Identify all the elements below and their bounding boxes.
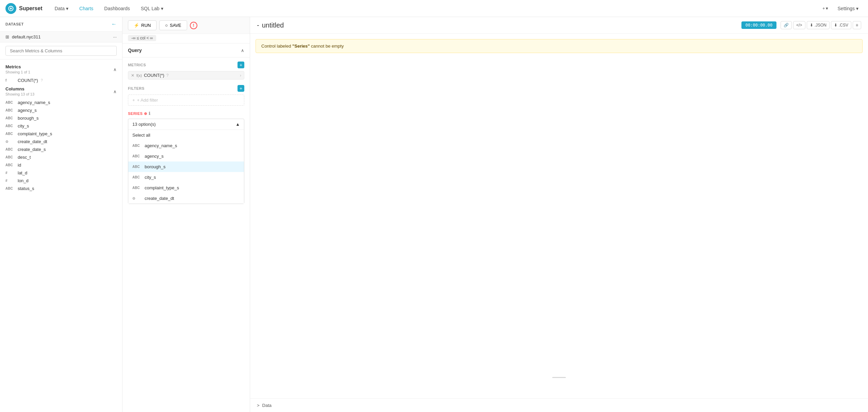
column-item[interactable]: ABCid <box>0 161 122 169</box>
column-item[interactable]: #lon_d <box>0 177 122 185</box>
range-tag: -∞ ≤ col < ∞ <box>128 35 156 41</box>
nav-item-charts[interactable]: Charts <box>75 4 97 13</box>
column-item[interactable]: ABCdesc_t <box>0 153 122 161</box>
add-filter-box[interactable]: + + Add filter <box>128 95 244 106</box>
dataset-header: Dataset ← <box>0 17 122 32</box>
add-filter-button[interactable]: + <box>238 85 244 92</box>
dropdown-item[interactable]: ABCcomplaint_type_s <box>128 183 244 193</box>
chart-header: - untitled 00:00:00.00 🔗 </> ⬇ .JSON ⬇ .… <box>250 17 868 34</box>
column-item[interactable]: #lat_d <box>0 169 122 177</box>
run-button[interactable]: ⚡ RUN <box>128 20 157 30</box>
time-display: 00:00:00.00 <box>741 21 776 29</box>
dropdown-item[interactable]: ABCagency_s <box>128 151 244 161</box>
dropdown-item[interactable]: ABCcity_s <box>128 172 244 183</box>
chevron-down-icon: ▾ <box>826 6 828 11</box>
dropdown-item[interactable]: ABCagency_name_s <box>128 140 244 151</box>
series-select-header[interactable]: 13 option(s) ▲ <box>128 119 244 130</box>
query-header: Query ∧ <box>122 44 250 57</box>
series-select[interactable]: 13 option(s) ▲ Select all ABCagency_name… <box>128 119 244 204</box>
columns-collapse-button[interactable]: ∧ <box>113 89 117 94</box>
json-button[interactable]: ⬇ .JSON <box>807 21 830 29</box>
nav-item-data[interactable]: Data ▾ <box>50 4 72 13</box>
range-tag-row: -∞ ≤ col < ∞ <box>122 34 250 44</box>
series-dropdown: Select all ABCagency_name_sABCagency_sAB… <box>128 130 244 204</box>
collapse-dataset-button[interactable]: ← <box>111 21 117 27</box>
help-icon: ? <box>41 79 43 82</box>
column-item[interactable]: ABCagency_s <box>0 106 122 114</box>
column-item[interactable]: ABCborough_s <box>0 114 122 122</box>
nav-actions: + ▾ Settings ▾ <box>820 4 863 13</box>
nav-item-dashboards[interactable]: Dashboards <box>100 4 134 13</box>
column-item[interactable]: ABCcreate_date_s <box>0 145 122 153</box>
metrics-section-header: Metrics Showing 1 of 1 ∧ <box>0 62 122 76</box>
chevron-right-icon: › <box>240 73 241 78</box>
nav-item-sqllab[interactable]: SQL Lab ▾ <box>137 4 167 13</box>
column-item[interactable]: ABCcomplaint_type_s <box>0 130 122 138</box>
csv-button[interactable]: ⬇ .CSV <box>831 21 851 29</box>
chart-actions: 🔗 </> ⬇ .JSON ⬇ .CSV ≡ <box>781 21 861 29</box>
metrics-title: Metrics <box>5 64 21 69</box>
metric-item-count[interactable]: f COUNT(*) ? <box>0 76 122 84</box>
scrollbar-hint <box>552 377 566 378</box>
metrics-count: Showing 1 of 1 <box>5 70 30 74</box>
save-button[interactable]: ○ SAVE <box>159 20 187 30</box>
toolbar: ⚡ RUN ○ SAVE ! <box>122 17 250 34</box>
brand-logo-area: Superset <box>5 3 42 14</box>
dataset-more-button[interactable]: ··· <box>113 34 117 39</box>
chevron-down-icon: ▾ <box>856 6 858 11</box>
filters-field: FILTERS + + + Add filter <box>128 85 244 106</box>
link-button[interactable]: 🔗 <box>781 21 792 29</box>
search-metrics-columns-input[interactable] <box>5 46 117 56</box>
chevron-up-icon: ▲ <box>235 122 240 127</box>
column-list: ABCagency_name_sABCagency_sABCborough_sA… <box>0 99 122 192</box>
series-required-icon: ⊕ <box>144 111 147 116</box>
columns-title: Columns <box>5 86 24 91</box>
query-collapse-button[interactable]: ∧ <box>241 48 244 53</box>
metrics-field: METRICS + ✕ f(x) COUNT(*) ? › <box>128 62 244 80</box>
dataset-label: Dataset <box>5 22 24 26</box>
columns-count: Showing 13 of 13 <box>5 92 34 96</box>
add-metric-button[interactable]: + <box>238 62 244 68</box>
column-item[interactable]: ABCcity_s <box>0 122 122 130</box>
add-button[interactable]: + ▾ <box>820 4 831 12</box>
right-panel: - untitled 00:00:00.00 🔗 </> ⬇ .JSON ⬇ .… <box>250 17 868 412</box>
settings-button[interactable]: Settings ▾ <box>834 4 863 13</box>
chart-area <box>250 58 868 398</box>
dropdown-item[interactable]: ⊙create_date_dt <box>128 193 244 204</box>
dropdown-item[interactable]: ABCborough_s <box>128 161 244 172</box>
chevron-down-icon: ▾ <box>161 6 163 11</box>
metrics-field-label: METRICS <box>128 63 146 67</box>
lightning-icon: ⚡ <box>134 23 139 28</box>
chart-content <box>250 58 868 398</box>
column-item[interactable]: ABCagency_name_s <box>0 99 122 106</box>
select-all-option[interactable]: Select all <box>128 130 244 140</box>
error-indicator: ! <box>190 22 197 29</box>
plus-icon: + <box>132 98 135 103</box>
download-icon: ⬇ <box>810 23 813 28</box>
search-box <box>0 42 122 59</box>
left-panel: Dataset ← ⊞ default.nyc311 ··· Metrics S… <box>0 17 122 412</box>
remove-metric-button[interactable]: ✕ <box>131 73 134 78</box>
warning-banner: Control labeled "Series" cannot be empty <box>256 39 863 53</box>
code-button[interactable]: </> <box>793 21 805 29</box>
left-scroll-area: Metrics Showing 1 of 1 ∧ f COUNT(*) ? Co… <box>0 59 122 412</box>
info-icon: ℹ <box>149 111 151 116</box>
metrics-collapse-button[interactable]: ∧ <box>113 67 117 72</box>
dataset-name: default.nyc311 <box>12 34 110 39</box>
middle-panel: ⚡ RUN ○ SAVE ! -∞ ≤ col < ∞ Query ∧ METR… <box>122 17 250 412</box>
top-navigation: Superset Data ▾ Charts Dashboards SQL La… <box>0 0 868 17</box>
series-field: SERIES ⊕ ℹ 13 option(s) ▲ Select all A <box>128 111 244 204</box>
middle-scroll: METRICS + ✕ f(x) COUNT(*) ? › FILTERS <box>122 57 250 412</box>
column-item[interactable]: ABCstatus_s <box>0 185 122 192</box>
data-footer-label: Data <box>262 403 272 408</box>
more-actions-button[interactable]: ≡ <box>853 21 861 29</box>
series-options-count: 13 option(s) <box>132 122 156 127</box>
help-icon: ? <box>166 73 169 78</box>
grid-icon: ⊞ <box>5 34 9 39</box>
column-item[interactable]: ⊙create_date_dt <box>0 138 122 145</box>
data-footer[interactable]: > Data <box>250 398 868 412</box>
columns-section-header: Columns Showing 13 of 13 ∧ <box>0 84 122 99</box>
main-content: Dataset ← ⊞ default.nyc311 ··· Metrics S… <box>0 17 868 412</box>
brand-logo <box>5 3 16 14</box>
download-icon: ⬇ <box>834 23 837 28</box>
